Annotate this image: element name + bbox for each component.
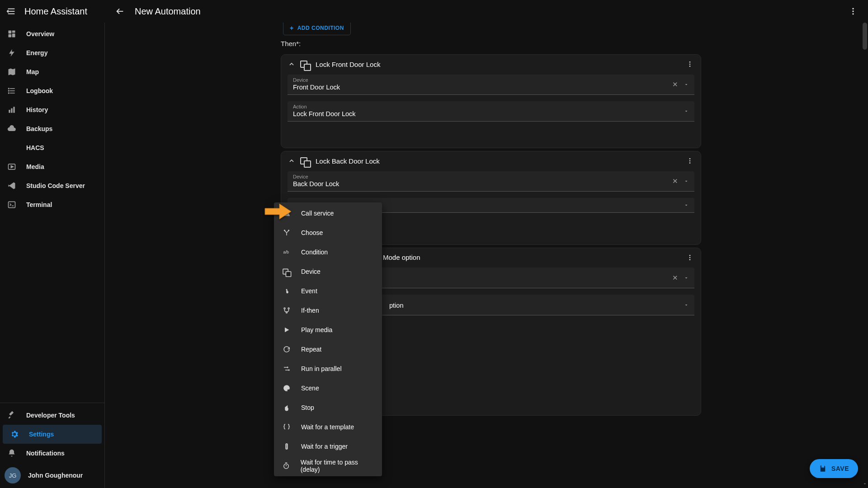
svg-point-24 bbox=[689, 64, 691, 65]
action-field[interactable]: Action Lock Front Door Lock bbox=[288, 101, 694, 122]
action-menu-label: Device bbox=[301, 268, 321, 275]
action-menu-label: Play media bbox=[301, 326, 332, 333]
field-value bbox=[392, 202, 689, 209]
action-menu-item-wait-trigger[interactable]: Wait for a trigger bbox=[274, 436, 382, 456]
card-menu-button[interactable] bbox=[686, 157, 694, 164]
source-branch-icon bbox=[281, 306, 292, 314]
sidebar-item-dev-tools[interactable]: Developer Tools bbox=[0, 406, 104, 425]
svg-point-31 bbox=[689, 259, 691, 260]
collapse-button[interactable] bbox=[288, 60, 296, 68]
dropdown-button[interactable] bbox=[684, 275, 689, 281]
action-menu-item-parallel[interactable]: Run in parallel bbox=[274, 359, 382, 378]
save-button[interactable]: SAVE bbox=[810, 459, 858, 478]
menu-down-icon bbox=[684, 302, 689, 308]
hammer-icon bbox=[6, 410, 17, 421]
action-menu-item-repeat[interactable]: Repeat bbox=[274, 339, 382, 359]
action-menu-item-scene[interactable]: Scene bbox=[274, 378, 382, 398]
svg-point-28 bbox=[689, 162, 691, 164]
sidebar-item-logbook[interactable]: Logbook bbox=[0, 81, 104, 100]
svg-text:a/b: a/b bbox=[283, 250, 289, 254]
devices-icon bbox=[281, 268, 292, 275]
brand-title: Home Assistant bbox=[24, 6, 87, 17]
sidebar-toggle-button[interactable] bbox=[5, 5, 18, 18]
action-menu-item-choose[interactable]: Choose bbox=[274, 223, 382, 242]
dashboard-icon bbox=[6, 28, 17, 39]
card-title: Mode option bbox=[383, 253, 686, 261]
clear-button[interactable]: ✕ bbox=[672, 274, 678, 282]
card-header: Lock Back Door Lock bbox=[281, 151, 701, 170]
hacs-icon bbox=[6, 142, 17, 153]
sidebar-item-map[interactable]: Map bbox=[0, 62, 104, 81]
sidebar-item-label: Media bbox=[26, 163, 44, 170]
card-header: Lock Front Door Lock bbox=[281, 55, 701, 74]
sidebar-item-overview[interactable]: Overview bbox=[0, 24, 104, 43]
sidebar-item-media[interactable]: Media bbox=[0, 157, 104, 176]
profile-row[interactable]: JG John Goughenour bbox=[0, 463, 104, 488]
palette-icon bbox=[281, 384, 292, 392]
svg-point-33 bbox=[286, 289, 288, 290]
action-menu-item-if-then[interactable]: If-then bbox=[274, 300, 382, 320]
sidebar-item-energy[interactable]: Energy bbox=[0, 43, 104, 62]
vertical-scrollbar[interactable] bbox=[862, 23, 868, 488]
action-menu-item-wait-template[interactable]: Wait for a template bbox=[274, 417, 382, 436]
header-left: Home Assistant bbox=[0, 5, 105, 18]
action-card-front-door: Lock Front Door Lock Device Front Door L… bbox=[281, 54, 701, 148]
dropdown-button[interactable] bbox=[684, 302, 689, 308]
app-header: Home Assistant New Automation bbox=[0, 0, 868, 23]
action-menu-item-stop[interactable]: Stop bbox=[274, 398, 382, 417]
collapse-button[interactable] bbox=[288, 157, 296, 165]
dropdown-button[interactable] bbox=[684, 178, 689, 184]
field-label: Action bbox=[293, 104, 689, 109]
sidebar-item-label: HACS bbox=[26, 144, 44, 151]
play-icon bbox=[281, 326, 292, 333]
svg-point-25 bbox=[689, 66, 691, 67]
sidebar-item-backups[interactable]: Backups bbox=[0, 119, 104, 138]
card-title: Lock Front Door Lock bbox=[316, 61, 686, 68]
back-button[interactable] bbox=[113, 5, 127, 18]
svg-point-27 bbox=[689, 160, 691, 162]
card-body: Device Front Door Lock ✕ Action Lock Fro… bbox=[281, 74, 701, 128]
menu-down-icon bbox=[684, 108, 689, 114]
svg-point-42 bbox=[286, 447, 287, 448]
action-menu-item-device[interactable]: Device bbox=[274, 262, 382, 281]
action-menu-item-event[interactable]: Event bbox=[274, 281, 382, 300]
sidebar-item-hacs[interactable]: HACS bbox=[0, 138, 104, 157]
device-field[interactable]: Device Front Door Lock ✕ bbox=[288, 75, 694, 95]
hand-icon bbox=[281, 404, 292, 412]
clear-button[interactable]: ✕ bbox=[672, 177, 678, 185]
sidebar-item-terminal[interactable]: Terminal bbox=[0, 195, 104, 214]
action-menu-item-condition[interactable]: a/b Condition bbox=[274, 242, 382, 262]
svg-point-26 bbox=[689, 158, 691, 160]
dropdown-button[interactable] bbox=[684, 82, 689, 87]
action-menu-item-play-media[interactable]: Play media bbox=[274, 320, 382, 339]
sidebar-item-label: Overview bbox=[26, 30, 54, 38]
scrollbar-thumb[interactable] bbox=[863, 23, 867, 50]
action-menu-label: Scene bbox=[301, 385, 319, 392]
sidebar-item-studio-code[interactable]: Studio Code Server bbox=[0, 176, 104, 195]
dropdown-button[interactable] bbox=[684, 202, 689, 208]
sidebar-item-history[interactable]: History bbox=[0, 100, 104, 119]
dropdown-button[interactable] bbox=[684, 108, 689, 114]
sidebar-item-notifications[interactable]: Notifications bbox=[0, 444, 104, 463]
save-icon bbox=[819, 465, 827, 473]
sidebar-item-settings[interactable]: Settings bbox=[3, 425, 102, 444]
sidebar-item-label: History bbox=[26, 106, 48, 113]
add-condition-button[interactable]: + ADD CONDITION bbox=[283, 23, 351, 35]
device-field[interactable]: Device Back Door Lock ✕ bbox=[288, 171, 694, 192]
action-menu-item-wait-delay[interactable]: Wait for time to pass (delay) bbox=[274, 456, 382, 475]
sidebar-item-label: Developer Tools bbox=[26, 412, 75, 419]
svg-point-15 bbox=[9, 90, 9, 91]
card-menu-button[interactable] bbox=[686, 254, 694, 261]
svg-rect-19 bbox=[13, 107, 14, 113]
action-menu-label: Condition bbox=[301, 249, 328, 256]
overflow-menu-button[interactable] bbox=[846, 5, 860, 18]
sidebar-top: Overview Energy Map Logbook History bbox=[0, 23, 104, 403]
gear-icon bbox=[9, 429, 20, 440]
card-menu-button[interactable] bbox=[686, 61, 694, 68]
page-title: New Automation bbox=[135, 6, 201, 17]
sidebar-item-label: Energy bbox=[26, 49, 47, 56]
scrollbar-arrow-down[interactable] bbox=[862, 481, 868, 487]
svg-point-40 bbox=[286, 444, 287, 445]
field-value: Lock Front Door Lock bbox=[293, 110, 689, 117]
clear-button[interactable]: ✕ bbox=[672, 80, 678, 89]
